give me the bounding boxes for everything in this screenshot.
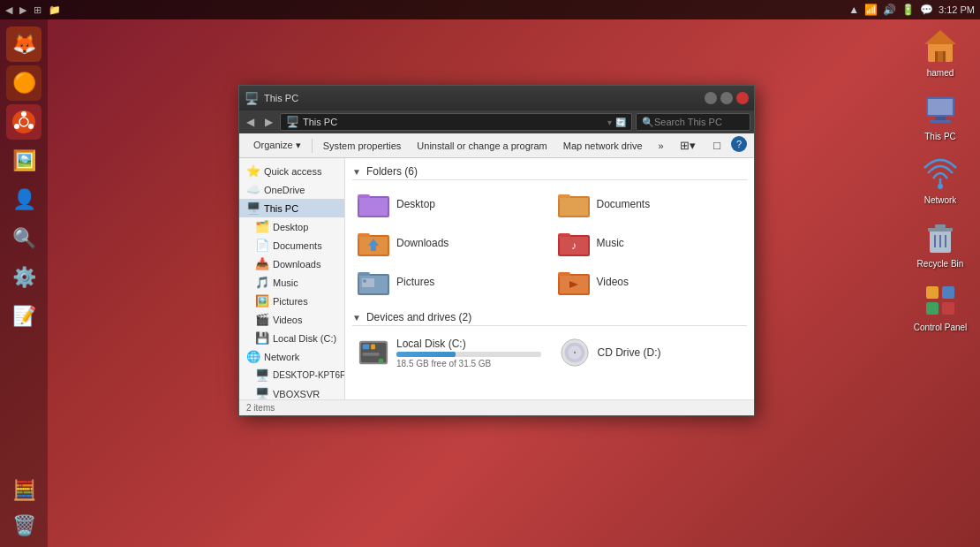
nav-item-documents[interactable]: 📄 Documents: [239, 236, 344, 255]
nav-item-desktop[interactable]: 🗂️ Desktop: [239, 217, 344, 236]
svg-rect-15: [928, 228, 953, 232]
documents-folder-icon: [558, 191, 590, 217]
pc-icon: 🖥️: [246, 201, 260, 215]
nav-item-onedrive[interactable]: ☁️ OneDrive: [239, 180, 344, 199]
sidebar-app-trash[interactable]: 🗑️: [6, 508, 41, 543]
devices-grid: Local Disk (C:) 18.5 GB free of 31.5 GB: [352, 333, 747, 372]
system-properties-button[interactable]: System properties: [316, 138, 409, 154]
music-nav-icon: 🎵: [255, 276, 269, 289]
svg-rect-51: [371, 345, 375, 350]
chevron-icon[interactable]: ▲: [848, 4, 859, 16]
view-options-button[interactable]: ⊞▾: [673, 136, 703, 155]
sidebar-app-search[interactable]: 🔍: [6, 221, 41, 256]
desktop-icon-control-panel[interactable]: Control Panel: [909, 281, 971, 332]
desktop-kpt-label: DESKTOP-KPT6F75: [273, 370, 345, 380]
forward-icon[interactable]: ▶: [19, 4, 26, 16]
downloads-folder-name: Downloads: [396, 237, 449, 249]
folder-item-documents[interactable]: Documents: [553, 187, 748, 221]
sidebar-app-calc[interactable]: 🧮: [6, 473, 41, 508]
network-svg: [921, 154, 960, 193]
desktop-nav-icon: 🗂️: [255, 220, 269, 233]
desktop-kpt-icon: 🖥️: [255, 368, 269, 382]
devices-section-title: Devices and drives (2): [366, 311, 471, 323]
desktop-icon-this-pc[interactable]: This PC: [909, 90, 971, 141]
drive-item-cd[interactable]: CD Drive (D:): [554, 333, 748, 372]
devices-section-header[interactable]: ▼ Devices and drives (2): [352, 311, 747, 326]
sidebar-app-photo[interactable]: 🖼️: [6, 143, 41, 179]
desktop-icon-recycle-bin[interactable]: Recycle Bin: [909, 217, 971, 269]
nav-item-videos[interactable]: 🎬 Videos: [239, 310, 344, 329]
address-bar[interactable]: 🖥️ This PC ▾ 🔄: [280, 113, 632, 131]
folder-item-music[interactable]: ♪ Music: [553, 226, 748, 260]
svg-rect-22: [926, 302, 939, 315]
pictures-nav-label: Pictures: [273, 296, 308, 307]
search-bar[interactable]: 🔍 Search This PC: [636, 113, 750, 131]
nav-item-quick-access[interactable]: ⭐ Quick access: [239, 162, 344, 180]
restore-button[interactable]: [720, 92, 733, 104]
music-folder-icon: ♪: [558, 230, 590, 256]
desktop-icons: hamed This PC Network: [909, 27, 971, 332]
network-tray-icon[interactable]: 📶: [864, 4, 878, 16]
back-icon[interactable]: ◀: [5, 4, 12, 16]
volume-icon[interactable]: 🔊: [883, 4, 896, 16]
organize-button[interactable]: Organize ▾: [246, 137, 308, 154]
details-pane-button[interactable]: □: [706, 136, 727, 155]
folder-item-downloads[interactable]: Downloads: [352, 226, 547, 260]
folders-section-header[interactable]: ▼ Folders (6): [352, 165, 747, 180]
svg-rect-29: [560, 198, 588, 216]
help-button[interactable]: ?: [731, 136, 747, 152]
sidebar-app-notes[interactable]: 📝: [6, 299, 41, 334]
svg-point-57: [573, 352, 576, 354]
sidebar-app-firefox[interactable]: 🦊: [6, 27, 41, 62]
pictures-folder-name: Pictures: [396, 276, 434, 288]
window-controls: [705, 92, 749, 104]
desktop-icon-hamed[interactable]: hamed: [909, 27, 971, 78]
documents-nav-label: Documents: [273, 240, 322, 251]
ubuntu-logo: [11, 110, 36, 134]
hamed-icon-img: [921, 27, 960, 65]
files-icon[interactable]: 📁: [49, 4, 61, 16]
sidebar-app-people[interactable]: 👤: [6, 182, 41, 217]
workspace-icon[interactable]: ⊞: [34, 4, 41, 16]
nav-item-this-pc[interactable]: 🖥️ This PC: [239, 199, 344, 217]
drive-item-local-disk[interactable]: Local Disk (C:) 18.5 GB free of 31.5 GB: [352, 333, 547, 372]
sidebar-app-settings[interactable]: ⚙️: [6, 260, 41, 295]
recycle-bin-icon-img: [921, 217, 960, 256]
nav-item-local-disk[interactable]: 💾 Local Disk (C:): [239, 329, 344, 347]
nav-item-music[interactable]: 🎵 Music: [239, 273, 344, 292]
status-bar: 2 items: [239, 399, 754, 415]
folder-item-desktop[interactable]: Desktop: [352, 187, 547, 221]
network-nav-icon: 🌐: [246, 350, 260, 363]
cd-svg: [559, 337, 591, 368]
minimize-button[interactable]: [705, 92, 717, 104]
map-network-button[interactable]: Map network drive: [556, 138, 650, 154]
forward-nav-button[interactable]: ▶: [261, 114, 276, 130]
battery-icon[interactable]: 🔋: [901, 4, 915, 16]
message-icon[interactable]: 💬: [920, 4, 933, 16]
folder-item-videos[interactable]: Videos: [553, 265, 748, 299]
svg-rect-21: [942, 286, 954, 299]
more-button[interactable]: »: [652, 138, 671, 154]
back-nav-button[interactable]: ◀: [243, 114, 258, 130]
sidebar-app-ubuntu-store[interactable]: 🟠: [6, 65, 41, 101]
uninstall-button[interactable]: Uninstall or change a program: [410, 138, 554, 154]
nav-item-downloads[interactable]: 📥 Downloads: [239, 255, 344, 273]
sidebar-app-ubuntu[interactable]: [6, 104, 41, 140]
documents-folder-svg: [558, 191, 590, 217]
close-button[interactable]: [736, 92, 749, 104]
this-pc-label: This PC: [264, 203, 298, 214]
nav-item-network[interactable]: 🌐 Network: [239, 347, 344, 366]
desktop-icon-network[interactable]: Network: [909, 154, 971, 205]
local-disk-drive-icon: [358, 337, 389, 368]
nav-item-vboxsvr[interactable]: 🖥️ VBOXSVR: [239, 384, 344, 399]
title-bar: 🖥️ This PC: [239, 86, 754, 110]
hdd-svg: [358, 337, 389, 368]
onedrive-label: OneDrive: [264, 185, 305, 195]
local-disk-progress-bar-container: [396, 352, 541, 357]
svg-point-2: [28, 124, 34, 129]
svg-rect-50: [363, 345, 370, 350]
taskbar-top-right: ▲ 📶 🔊 🔋 💬 3:12 PM: [848, 4, 975, 16]
nav-item-pictures[interactable]: 🖼️ Pictures: [239, 292, 344, 310]
folder-item-pictures[interactable]: Pictures: [352, 265, 547, 299]
nav-item-desktop-kpt[interactable]: 🖥️ DESKTOP-KPT6F75: [239, 366, 344, 384]
